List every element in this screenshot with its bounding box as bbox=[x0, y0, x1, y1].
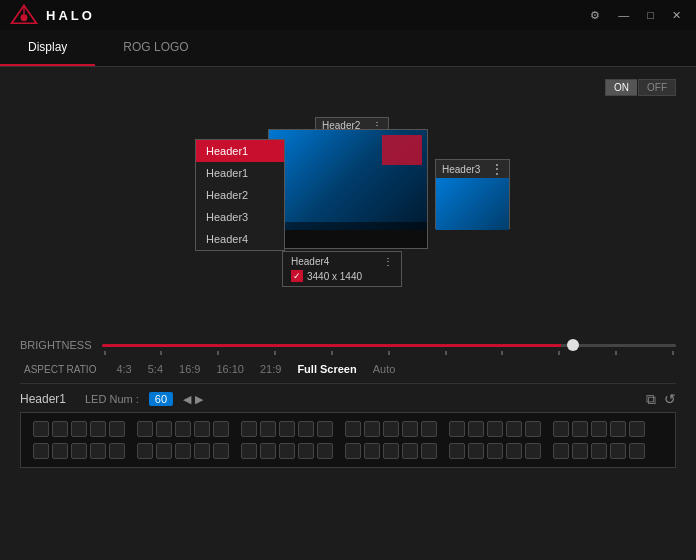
led-cell[interactable] bbox=[525, 421, 541, 437]
led-cell[interactable] bbox=[364, 421, 380, 437]
led-cell[interactable] bbox=[109, 443, 125, 459]
led-cell[interactable] bbox=[156, 443, 172, 459]
bottom-bar: RESET SAVE bbox=[0, 556, 696, 560]
dropdown-item-header2[interactable]: Header2 bbox=[196, 184, 284, 206]
led-cell[interactable] bbox=[241, 421, 257, 437]
dropdown-item-header1-selected[interactable]: Header1 bbox=[196, 140, 284, 162]
brightness-slider[interactable] bbox=[102, 337, 676, 353]
led-cell[interactable] bbox=[90, 443, 106, 459]
dropdown-item-header3[interactable]: Header3 bbox=[196, 206, 284, 228]
aspect-16-10[interactable]: 16:10 bbox=[216, 363, 244, 375]
led-cell[interactable] bbox=[610, 443, 626, 459]
led-cell[interactable] bbox=[487, 443, 503, 459]
aspect-16-9[interactable]: 16:9 bbox=[179, 363, 200, 375]
led-cell[interactable] bbox=[468, 443, 484, 459]
led-cell[interactable] bbox=[317, 443, 333, 459]
header1-dropdown: Header1 Header1 Header2 Header3 Header4 bbox=[195, 139, 285, 251]
led-group-1-5 bbox=[449, 421, 541, 437]
led-cell[interactable] bbox=[33, 443, 49, 459]
toggle-off-button[interactable]: OFF bbox=[638, 79, 676, 96]
led-cell[interactable] bbox=[402, 421, 418, 437]
led-cell[interactable] bbox=[137, 443, 153, 459]
led-cell[interactable] bbox=[213, 443, 229, 459]
close-button[interactable]: ✕ bbox=[667, 7, 686, 24]
led-cell[interactable] bbox=[610, 421, 626, 437]
refresh-icon[interactable]: ↺ bbox=[664, 391, 676, 408]
led-cell[interactable] bbox=[71, 421, 87, 437]
led-cell[interactable] bbox=[345, 421, 361, 437]
led-cell[interactable] bbox=[449, 443, 465, 459]
led-cell[interactable] bbox=[345, 443, 361, 459]
led-cell[interactable] bbox=[260, 443, 276, 459]
toggle-on-button[interactable]: ON bbox=[605, 79, 637, 96]
led-cell[interactable] bbox=[468, 421, 484, 437]
minimize-button[interactable]: — bbox=[613, 7, 634, 23]
led-cell[interactable] bbox=[298, 443, 314, 459]
led-cell[interactable] bbox=[449, 421, 465, 437]
led-cell[interactable] bbox=[298, 421, 314, 437]
monitor-center[interactable] bbox=[268, 129, 428, 249]
slider-track bbox=[102, 344, 676, 347]
settings-icon[interactable]: ⚙ bbox=[585, 7, 605, 24]
led-cell[interactable] bbox=[317, 421, 333, 437]
led-cell[interactable] bbox=[90, 421, 106, 437]
led-cell[interactable] bbox=[241, 443, 257, 459]
monitor-right-dots-icon[interactable]: ⋮ bbox=[491, 162, 503, 176]
monitor-right[interactable]: Header3 ⋮ bbox=[435, 159, 510, 229]
tick-6 bbox=[388, 351, 390, 355]
led-cell[interactable] bbox=[52, 443, 68, 459]
aspect-21-9[interactable]: 21:9 bbox=[260, 363, 281, 375]
led-cell[interactable] bbox=[279, 443, 295, 459]
tab-display[interactable]: Display bbox=[0, 30, 95, 66]
led-cell[interactable] bbox=[194, 421, 210, 437]
copy-icon[interactable]: ⧉ bbox=[646, 391, 656, 408]
led-cell[interactable] bbox=[383, 443, 399, 459]
tab-rog-logo[interactable]: ROG LOGO bbox=[95, 30, 216, 66]
led-cell[interactable] bbox=[572, 421, 588, 437]
led-decrease-button[interactable]: ◀ bbox=[183, 393, 191, 406]
led-increase-button[interactable]: ▶ bbox=[195, 393, 203, 406]
aspect-4-3[interactable]: 4:3 bbox=[116, 363, 131, 375]
led-cell[interactable] bbox=[383, 421, 399, 437]
aspect-auto[interactable]: Auto bbox=[373, 363, 396, 375]
led-cell[interactable] bbox=[487, 421, 503, 437]
led-cell[interactable] bbox=[279, 421, 295, 437]
led-cell[interactable] bbox=[506, 421, 522, 437]
led-cell[interactable] bbox=[572, 443, 588, 459]
led-cell[interactable] bbox=[506, 443, 522, 459]
led-cell[interactable] bbox=[421, 421, 437, 437]
slider-thumb[interactable] bbox=[567, 339, 579, 351]
led-cell[interactable] bbox=[156, 421, 172, 437]
led-cell[interactable] bbox=[553, 421, 569, 437]
led-group-2-5 bbox=[449, 443, 541, 459]
led-cell[interactable] bbox=[591, 421, 607, 437]
led-cell[interactable] bbox=[629, 421, 645, 437]
led-cell[interactable] bbox=[109, 421, 125, 437]
led-cell[interactable] bbox=[175, 443, 191, 459]
aspect-fullscreen[interactable]: Full Screen bbox=[297, 363, 356, 375]
led-cell[interactable] bbox=[421, 443, 437, 459]
led-cell[interactable] bbox=[525, 443, 541, 459]
aspect-5-4[interactable]: 5:4 bbox=[148, 363, 163, 375]
led-cell[interactable] bbox=[553, 443, 569, 459]
dropdown-item-header1[interactable]: Header1 bbox=[196, 162, 284, 184]
led-group-1-4 bbox=[345, 421, 437, 437]
led-cell[interactable] bbox=[137, 421, 153, 437]
led-cell[interactable] bbox=[213, 421, 229, 437]
led-cell[interactable] bbox=[175, 421, 191, 437]
led-cell[interactable] bbox=[402, 443, 418, 459]
led-group-2-1 bbox=[33, 443, 125, 459]
led-cell[interactable] bbox=[194, 443, 210, 459]
led-cell[interactable] bbox=[591, 443, 607, 459]
maximize-button[interactable]: □ bbox=[642, 7, 659, 23]
resolution-checkbox[interactable]: ✓ bbox=[291, 270, 303, 282]
led-cell[interactable] bbox=[260, 421, 276, 437]
dropdown-item-header4[interactable]: Header4 bbox=[196, 228, 284, 250]
led-cell[interactable] bbox=[364, 443, 380, 459]
led-cell[interactable] bbox=[71, 443, 87, 459]
led-cell[interactable] bbox=[52, 421, 68, 437]
led-cell[interactable] bbox=[33, 421, 49, 437]
tick-7 bbox=[445, 351, 447, 355]
led-cell[interactable] bbox=[629, 443, 645, 459]
header4-dots-icon[interactable]: ⋮ bbox=[383, 256, 393, 267]
